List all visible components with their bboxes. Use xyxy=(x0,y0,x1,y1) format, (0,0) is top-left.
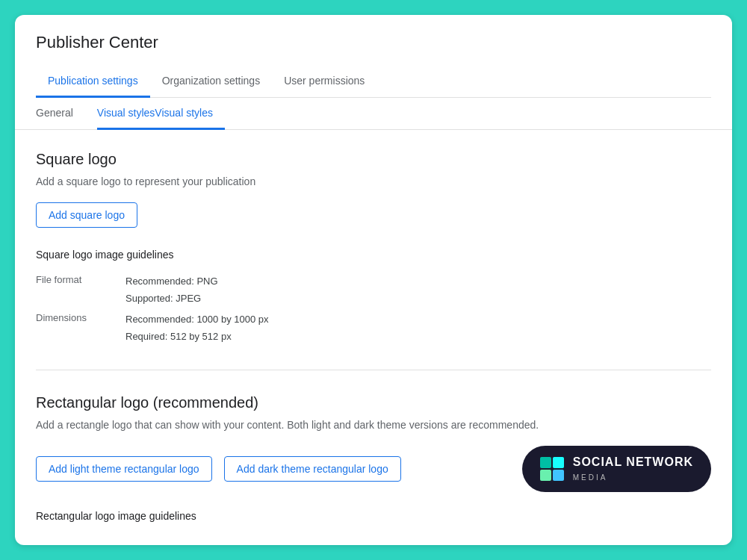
tab-organization-settings[interactable]: Organization settings xyxy=(150,67,273,98)
logo-sub-text: MEDIA xyxy=(573,473,608,482)
dimensions-label: Dimensions xyxy=(36,311,125,346)
main-tabs-nav: Publication settings Organization settin… xyxy=(36,67,711,98)
file-format-supported: Supported: JPEG xyxy=(125,290,711,307)
rectangular-logo-buttons-row: Add light theme rectangular logo Add dar… xyxy=(36,446,711,492)
square-logo-guidelines-title: Square logo image guidelines xyxy=(36,249,711,261)
main-content: Square logo Add a square logo to represe… xyxy=(15,130,732,543)
logo-icon-grid xyxy=(540,457,564,481)
card-header: Publisher Center Publication settings Or… xyxy=(15,15,732,98)
add-square-logo-button[interactable]: Add square logo xyxy=(36,202,137,228)
dark-logo-preview: SOCIAL NETWORKMEDIA xyxy=(522,446,711,492)
tab-user-permissions[interactable]: User permissions xyxy=(272,67,376,98)
dimensions-required: Required: 512 by 512 px xyxy=(125,328,711,345)
logo-text-block: SOCIAL NETWORKMEDIA xyxy=(573,455,693,483)
rectangular-logo-title: Rectangular logo (recommended) xyxy=(36,394,711,411)
sub-tab-general[interactable]: General xyxy=(36,98,85,130)
rectangular-logo-section: Rectangular logo (recommended) Add a rec… xyxy=(36,394,711,522)
rect-guidelines-title: Rectangular logo image guidelines xyxy=(36,510,711,522)
sub-tabs-nav: General Visual stylesVisual styles xyxy=(15,98,732,130)
logo-icon-cell-teal xyxy=(540,457,551,468)
sub-tab-visual-styles[interactable]: Visual stylesVisual styles xyxy=(97,98,225,130)
app-title: Publisher Center xyxy=(36,33,711,52)
logo-icon-cell-blue xyxy=(553,470,564,481)
square-logo-guidelines: File format Recommended: PNG Supported: … xyxy=(36,273,711,346)
main-card: Publisher Center Publication settings Or… xyxy=(15,15,732,545)
tab-publication-settings[interactable]: Publication settings xyxy=(36,67,150,98)
square-logo-title: Square logo xyxy=(36,151,711,168)
file-format-label: File format xyxy=(36,273,125,308)
square-logo-desc: Add a square logo to represent your publ… xyxy=(36,175,711,187)
add-dark-theme-rectangular-logo-button[interactable]: Add dark theme rectangular logo xyxy=(224,456,401,482)
dimensions-recommended: Recommended: 1000 by 1000 px xyxy=(125,311,711,328)
dimensions-values: Recommended: 1000 by 1000 px Required: 5… xyxy=(125,311,711,346)
add-light-theme-rectangular-logo-button[interactable]: Add light theme rectangular logo xyxy=(36,456,212,482)
section-divider xyxy=(36,370,711,370)
rectangular-logo-desc: Add a rectangle logo that can show with … xyxy=(36,419,711,431)
file-format-values: Recommended: PNG Supported: JPEG xyxy=(125,273,711,308)
file-format-recommended: Recommended: PNG xyxy=(125,273,711,290)
logo-icon-cell-cyan xyxy=(553,457,564,468)
logo-name: SOCIAL NETWORKMEDIA xyxy=(573,455,693,483)
logo-icon-cell-green xyxy=(540,470,551,481)
square-logo-section: Square logo Add a square logo to represe… xyxy=(36,151,711,346)
